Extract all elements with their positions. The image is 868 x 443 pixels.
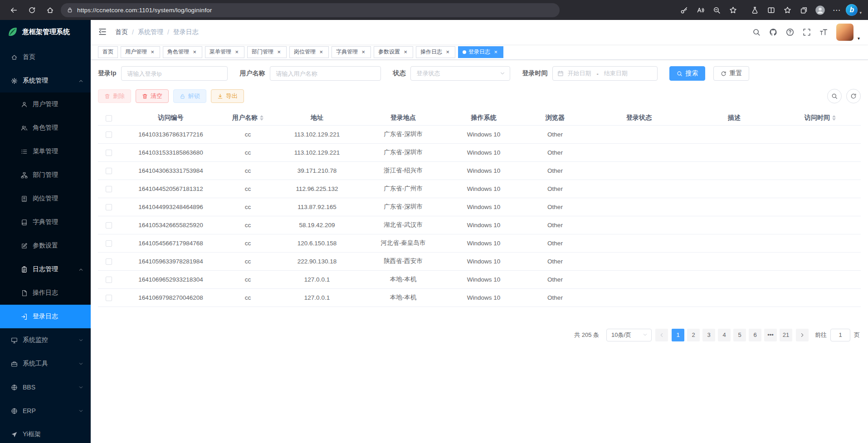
sort-icon[interactable] bbox=[260, 115, 263, 121]
sidebar-item-parameters[interactable]: 参数设置 bbox=[0, 234, 91, 258]
page-size-select[interactable]: 10条/页 bbox=[606, 329, 652, 341]
row-checkbox[interactable] bbox=[106, 204, 112, 210]
table-row[interactable]: 1641054566717984768 cc 120.6.150.158 河北省… bbox=[98, 234, 861, 252]
table-row[interactable]: 1641053426655825920 cc 58.19.42.209 湖北省-… bbox=[98, 216, 861, 234]
browser-essentials-icon[interactable] bbox=[748, 3, 761, 17]
bing-icon[interactable] bbox=[846, 4, 858, 16]
split-screen-icon[interactable] bbox=[764, 3, 778, 17]
tab[interactable]: 字典管理 bbox=[332, 46, 371, 58]
page-number-button[interactable]: 1 bbox=[672, 329, 684, 341]
table-row[interactable]: 1641043063331753984 cc 39.171.210.78 浙江省… bbox=[98, 161, 861, 180]
sidebar-item-monitor[interactable]: 系统监控 bbox=[0, 328, 91, 352]
filter-daterange-picker[interactable]: 开始日期 - 结束日期 bbox=[552, 66, 658, 81]
refresh-table-button[interactable] bbox=[846, 89, 861, 103]
tab[interactable]: 部门管理 bbox=[247, 46, 287, 58]
breadcrumb-home[interactable]: 首页 bbox=[115, 28, 128, 36]
row-checkbox[interactable] bbox=[106, 150, 112, 156]
unlock-button[interactable]: 解锁 bbox=[173, 89, 206, 103]
read-aloud-icon[interactable] bbox=[693, 3, 707, 17]
tab-close-icon[interactable] bbox=[402, 49, 409, 55]
sidebar-item-posts[interactable]: 岗位管理 bbox=[0, 187, 91, 210]
table-row[interactable]: 1641069798270046208 cc 127.0.0.1 本地-本机 W… bbox=[98, 288, 861, 307]
tab[interactable]: 首页 bbox=[98, 46, 118, 58]
breadcrumb-system[interactable]: 系统管理 bbox=[138, 28, 163, 36]
row-checkbox[interactable] bbox=[106, 277, 112, 283]
sidebar-item-home[interactable]: 首页 bbox=[0, 45, 91, 69]
collections-icon[interactable] bbox=[797, 3, 810, 17]
password-key-icon[interactable] bbox=[677, 3, 691, 17]
address-bar[interactable]: https://ccnetcore.com:1101/system/log/lo… bbox=[61, 3, 560, 17]
sidebar-item-yi-framework[interactable]: Yi框架 bbox=[0, 423, 91, 443]
page-number-button[interactable]: 3 bbox=[702, 329, 715, 341]
page-number-button[interactable]: 6 bbox=[749, 329, 761, 341]
favorites-icon[interactable] bbox=[780, 3, 794, 17]
sidebar-item-dictionary[interactable]: 字典管理 bbox=[0, 210, 91, 234]
table-row[interactable]: 1641059633978281984 cc 222.90.130.18 陕西省… bbox=[98, 252, 861, 270]
search-button[interactable]: 搜索 bbox=[669, 66, 705, 81]
column-header-username[interactable]: 用户名称 bbox=[222, 111, 274, 125]
fullscreen-icon[interactable] bbox=[803, 28, 811, 36]
help-icon[interactable] bbox=[786, 28, 794, 36]
delete-button[interactable]: 删除 bbox=[98, 89, 131, 103]
browser-settings-icon[interactable] bbox=[829, 3, 843, 17]
table-row[interactable]: 1641044520567181312 cc 112.96.225.132 广东… bbox=[98, 180, 861, 198]
sidebar-toggle-icon[interactable] bbox=[98, 27, 108, 37]
tab[interactable]: 菜单管理 bbox=[205, 46, 244, 58]
select-all-checkbox[interactable] bbox=[106, 115, 112, 122]
toggle-search-button[interactable] bbox=[827, 89, 842, 103]
next-page-button[interactable] bbox=[796, 329, 809, 341]
browser-home-icon[interactable] bbox=[43, 3, 57, 17]
browser-back-icon[interactable] bbox=[6, 3, 21, 17]
sort-icon[interactable] bbox=[832, 115, 836, 121]
tab-close-icon[interactable] bbox=[493, 49, 499, 55]
row-checkbox[interactable] bbox=[106, 295, 112, 301]
sidebar-item-users[interactable]: 用户管理 bbox=[0, 92, 91, 116]
tab-close-icon[interactable] bbox=[191, 49, 198, 55]
page-number-button[interactable]: 21 bbox=[780, 329, 792, 341]
clear-button[interactable]: 清空 bbox=[136, 89, 169, 103]
sidebar-item-log-management[interactable]: 日志管理 bbox=[0, 258, 91, 281]
site-lock-icon[interactable] bbox=[67, 7, 73, 13]
tab[interactable]: 操作日志 bbox=[416, 46, 455, 58]
column-header-time[interactable]: 访问时间 bbox=[780, 111, 861, 125]
zoom-icon[interactable] bbox=[710, 3, 723, 17]
tab-close-icon[interactable] bbox=[149, 49, 156, 55]
browser-profile-avatar[interactable] bbox=[813, 3, 827, 17]
tab[interactable]: 用户管理 bbox=[121, 46, 160, 58]
sidebar-item-menus[interactable]: 菜单管理 bbox=[0, 140, 91, 163]
export-button[interactable]: 导出 bbox=[211, 89, 244, 103]
sidebar-item-bbs[interactable]: BBS bbox=[0, 375, 91, 399]
tab-close-icon[interactable] bbox=[276, 49, 282, 55]
reset-button[interactable]: 重置 bbox=[713, 66, 749, 81]
font-size-icon[interactable] bbox=[819, 28, 828, 36]
sidebar-item-tools[interactable]: 系统工具 bbox=[0, 352, 91, 375]
goto-page-input[interactable] bbox=[830, 329, 850, 341]
tab-close-icon[interactable] bbox=[360, 49, 366, 55]
filter-username-input[interactable] bbox=[270, 66, 381, 81]
app-logo[interactable]: 意框架管理系统 bbox=[0, 20, 91, 44]
add-favorite-icon[interactable] bbox=[726, 3, 740, 17]
bing-caret-icon[interactable]: ▾ bbox=[859, 10, 862, 15]
row-checkbox[interactable] bbox=[106, 131, 112, 138]
page-number-button[interactable]: 4 bbox=[718, 329, 731, 341]
row-checkbox[interactable] bbox=[106, 186, 112, 192]
sidebar-item-departments[interactable]: 部门管理 bbox=[0, 163, 91, 187]
sidebar-item-system[interactable]: 系统管理 bbox=[0, 69, 91, 92]
sidebar-item-roles[interactable]: 角色管理 bbox=[0, 116, 91, 140]
tab-close-icon[interactable] bbox=[234, 49, 240, 55]
table-row[interactable]: 1641031367863177216 cc 113.102.129.221 广… bbox=[98, 125, 861, 143]
tab[interactable]: 参数设置 bbox=[374, 46, 413, 58]
sidebar-item-erp[interactable]: ERP bbox=[0, 399, 91, 423]
sidebar-item-operation-log[interactable]: 操作日志 bbox=[0, 281, 91, 305]
page-number-button[interactable]: ••• bbox=[764, 329, 777, 341]
row-checkbox[interactable] bbox=[106, 222, 112, 229]
tab[interactable]: 岗位管理 bbox=[289, 46, 329, 58]
tab-close-icon[interactable] bbox=[318, 49, 324, 55]
github-icon[interactable] bbox=[769, 28, 777, 36]
table-row[interactable]: 1641044993248464896 cc 113.87.92.165 广东省… bbox=[98, 198, 861, 216]
prev-page-button[interactable] bbox=[655, 329, 668, 341]
user-avatar[interactable] bbox=[836, 24, 853, 41]
search-icon[interactable] bbox=[752, 28, 761, 36]
tab-close-icon[interactable] bbox=[444, 49, 451, 55]
filter-status-select[interactable]: 登录状态 bbox=[410, 66, 510, 81]
